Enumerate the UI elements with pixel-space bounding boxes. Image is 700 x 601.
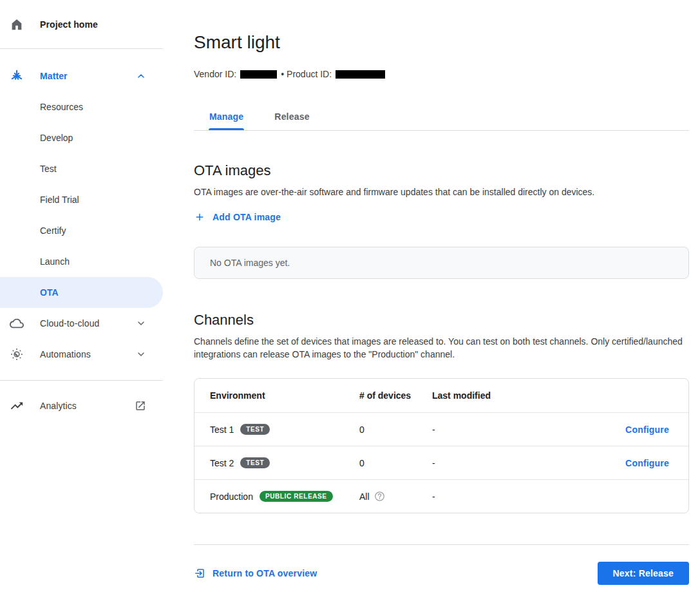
trending-up-icon (9, 398, 24, 414)
add-ota-image-button[interactable]: Add OTA image (194, 211, 281, 223)
plus-icon (194, 211, 205, 223)
sidebar-divider (0, 380, 163, 381)
sidebar-item-develop[interactable]: Develop (0, 122, 163, 153)
help-icon[interactable] (374, 491, 385, 502)
sidebar-item-label: Cloud-to-cloud (40, 318, 99, 329)
channel-name: Test 1 (210, 425, 234, 435)
configure-link[interactable]: Configure (625, 458, 669, 468)
sidebar-item-matter[interactable]: Matter (0, 61, 163, 91)
cloud-icon (9, 316, 24, 331)
channel-name: Test 2 (210, 458, 234, 468)
column-header-devices: # of devices (359, 390, 432, 401)
ota-images-heading: OTA images (194, 162, 689, 179)
sidebar-item-field-trial[interactable]: Field Trial (0, 184, 163, 215)
channel-name: Production (210, 491, 253, 502)
ota-images-section: OTA images OTA images are over-the-air s… (194, 162, 689, 279)
sidebar-item-ota[interactable]: OTA (0, 277, 163, 308)
tab-manage[interactable]: Manage (194, 106, 259, 130)
tab-release[interactable]: Release (259, 106, 325, 130)
sidebar-item-launch[interactable]: Launch (0, 246, 163, 277)
return-icon (194, 568, 205, 579)
test-badge: TEST (240, 424, 270, 435)
channels-section: Channels Channels define the set of devi… (194, 312, 689, 513)
chevron-up-icon[interactable] (136, 71, 146, 81)
test-badge: TEST (240, 457, 270, 468)
sidebar-item-label: Project home (40, 19, 98, 30)
sidebar-item-certify[interactable]: Certify (0, 215, 163, 246)
chevron-down-icon[interactable] (136, 318, 146, 329)
vendor-id-redacted (240, 70, 277, 79)
sidebar-item-project-home[interactable]: Project home (0, 9, 163, 40)
product-id-label: Product ID: (287, 69, 332, 79)
sidebar-item-cloud-to-cloud[interactable]: Cloud-to-cloud (0, 308, 163, 339)
sidebar-item-test[interactable]: Test (0, 153, 163, 184)
chevron-down-icon[interactable] (136, 349, 146, 359)
sidebar-item-label: Automations (40, 349, 91, 359)
device-count: 0 (359, 425, 432, 435)
sidebar-divider (0, 48, 163, 49)
automation-icon (9, 347, 24, 362)
channels-table: Environment # of devices Last modified T… (194, 378, 689, 513)
footer-actions: Return to OTA overview Next: Release (194, 562, 689, 585)
table-row-test-1: Test 1 TEST 0 - Configure (194, 412, 688, 446)
sidebar-item-label: Matter (40, 71, 68, 81)
channels-heading: Channels (194, 312, 689, 329)
empty-state-text: No OTA images yet. (210, 258, 290, 268)
last-modified-value: - (432, 491, 669, 502)
home-icon (9, 17, 24, 32)
public-release-badge: PUBLIC RELEASE (260, 491, 333, 502)
product-id-redacted (336, 70, 385, 79)
main-content: Smart light Vendor ID: • Product ID: Man… (194, 0, 689, 585)
separator-dot: • (281, 69, 284, 79)
tab-bar: Manage Release (194, 106, 689, 131)
sidebar-item-resources[interactable]: Resources (0, 91, 163, 122)
vendor-id-label: Vendor ID: (194, 69, 236, 79)
device-count: All (359, 491, 370, 502)
column-header-environment: Environment (210, 390, 359, 401)
sidebar-item-automations[interactable]: Automations (0, 339, 163, 370)
table-row-test-2: Test 2 TEST 0 - Configure (194, 446, 688, 479)
next-release-button[interactable]: Next: Release (598, 562, 689, 585)
return-link-label: Return to OTA overview (213, 568, 317, 578)
vendor-product-row: Vendor ID: • Product ID: (194, 69, 689, 79)
external-link-icon[interactable] (135, 400, 146, 412)
last-modified-value: - (432, 425, 625, 435)
table-row-production: Production PUBLIC RELEASE All - (194, 479, 688, 513)
channels-description: Channels define the set of devices that … (194, 335, 689, 361)
sidebar-item-analytics[interactable]: Analytics (0, 390, 163, 421)
last-modified-value: - (432, 458, 625, 468)
add-ota-image-label: Add OTA image (213, 212, 281, 222)
table-header-row: Environment # of devices Last modified (194, 379, 688, 412)
footer-divider (194, 544, 689, 545)
ota-images-empty-state: No OTA images yet. (194, 247, 689, 279)
sidebar-item-label: Analytics (40, 401, 77, 411)
column-header-last-modified: Last modified (432, 390, 669, 401)
ota-images-description: OTA images are over-the-air software and… (194, 186, 689, 198)
return-to-ota-overview-link[interactable]: Return to OTA overview (194, 568, 317, 579)
configure-link[interactable]: Configure (625, 425, 669, 435)
matter-icon (9, 68, 24, 84)
page-title: Smart light (194, 31, 689, 54)
device-count: 0 (359, 458, 432, 468)
sidebar: Project home Matter Resources Develop Te… (0, 0, 163, 421)
